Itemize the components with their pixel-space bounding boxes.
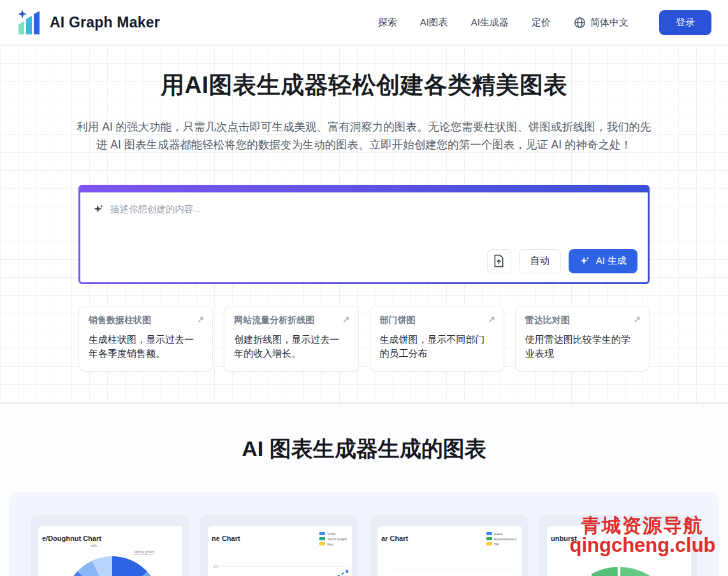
charts-shell: e/Doughnut Chart daily lighting growth n… — [9, 492, 719, 576]
suggestion-card-line[interactable]: 网站流量分析折线图 ↗ 创建折线图，显示过去一年的收入增长。 — [224, 306, 358, 371]
external-arrow-icon: ↗ — [488, 314, 495, 324]
bar-chart-plot — [391, 564, 518, 576]
nav-item-ai-charts[interactable]: AI图表 — [420, 17, 448, 29]
login-button[interactable]: 登录 — [659, 10, 711, 35]
bar-group — [457, 564, 484, 576]
suggestion-card-radar[interactable]: 雷达比对图 ↗ 使用雷达图比较学生的学业表现 — [515, 306, 650, 371]
doughnut-chart-panel: e/Doughnut Chart daily lighting growth n… — [38, 526, 182, 576]
bar-group — [488, 564, 515, 576]
page-title: 用AI图表生成器轻松创建各类精美图表 — [0, 69, 728, 101]
suggestion-desc: 创建折线图，显示过去一年的收入增长。 — [234, 333, 348, 361]
language-label: 简体中文 — [590, 17, 629, 29]
file-upload-icon — [493, 254, 504, 268]
legend-swatch — [319, 542, 325, 545]
bar-chart-panel: ar Chart Sales Advertisement HR 02040608… — [377, 526, 521, 576]
bar-chart-legend: Sales Advertisement HR — [486, 532, 516, 546]
hero-subtitle: 利用 AI 的强大功能，只需几次点击即可生成美观、富有洞察力的图表。无论您需要柱… — [75, 118, 653, 154]
charts-grid: e/Doughnut Chart daily lighting growth n… — [31, 515, 697, 576]
bar-group — [394, 564, 421, 576]
doughnut-label: lighting growth — [134, 550, 154, 555]
auto-mode-button[interactable]: 自动 — [519, 249, 561, 273]
ai-generate-button[interactable]: AI 生成 — [569, 249, 637, 273]
legend-swatch — [486, 537, 492, 540]
chart-card-bar[interactable]: ar Chart Sales Advertisement HR 02040608… — [370, 515, 528, 576]
hero-section: 用AI图表生成器轻松创建各类精美图表 利用 AI 的强大功能，只需几次点击即可生… — [0, 45, 728, 404]
legend-label: Sales — [494, 532, 503, 536]
nav-item-ai-generator[interactable]: AI生成器 — [471, 17, 509, 29]
external-arrow-icon: ↗ — [197, 314, 205, 324]
line-chart-svg: 4003002001000 — [212, 546, 352, 576]
sunburst-chart-panel: unburst — [547, 526, 691, 576]
chart-card-sunburst[interactable]: unburst — [539, 515, 697, 576]
logo-bars-icon — [17, 8, 43, 37]
composer-actions: 自动 AI 生成 — [487, 249, 637, 273]
ai-generate-label: AI 生成 — [596, 255, 627, 267]
suggestion-desc: 生成柱状图，显示过去一年各季度销售额。 — [89, 333, 203, 361]
chart-title: e/Doughnut Chart — [42, 535, 182, 542]
suggestion-desc: 使用雷达图比较学生的学业表现 — [525, 333, 639, 361]
bar-chart-wrap: 020406080 — [391, 564, 518, 576]
globe-icon — [574, 17, 586, 29]
bar-group — [425, 564, 452, 576]
svg-text:400: 400 — [214, 565, 219, 569]
nav-item-pricing[interactable]: 定价 — [532, 17, 551, 29]
suggestion-title: 雷达比对图 — [525, 315, 639, 326]
legend-label: Key — [327, 542, 333, 546]
doughnut-ring — [64, 556, 160, 576]
line-chart-panel: ne Chart Visits Stock Graph Key 40030020… — [208, 526, 352, 576]
legend-swatch — [486, 542, 492, 545]
sunburst-chart-svg — [555, 549, 687, 576]
suggestion-title: 部门饼图 — [380, 315, 494, 326]
top-navigation-bar: AI Graph Maker 探索 AI图表 AI生成器 定价 简体中文 登录 — [0, 0, 728, 45]
chart-card-line[interactable]: ne Chart Visits Stock Graph Key 40030020… — [200, 515, 358, 576]
external-arrow-icon: ↗ — [342, 314, 350, 324]
legend-swatch — [486, 532, 492, 535]
prompt-placeholder-row: 描述你想创建的内容... — [93, 203, 635, 215]
legend-swatch — [319, 532, 325, 535]
showcase-title: AI 图表生成器生成的图表 — [0, 435, 728, 464]
legend-swatch — [319, 537, 325, 540]
brand-logo[interactable]: AI Graph Maker — [17, 8, 160, 37]
legend-label: Visits — [327, 532, 335, 536]
external-arrow-icon: ↗ — [633, 314, 641, 324]
nav-item-explore[interactable]: 探索 — [378, 17, 397, 29]
prompt-composer: 描述你想创建的内容... 自动 AI 生成 — [78, 185, 650, 284]
legend-label: Stock Graph — [327, 537, 347, 541]
prompt-placeholder: 描述你想创建的内容... — [110, 203, 201, 215]
brand-title: AI Graph Maker — [50, 14, 160, 31]
chart-card-doughnut[interactable]: e/Doughnut Chart daily lighting growth n… — [31, 515, 189, 576]
suggestion-cards: 销售数据柱状图 ↗ 生成柱状图，显示过去一年各季度销售额。 网站流量分析折线图 … — [78, 306, 650, 371]
sparkle-icon — [93, 203, 105, 215]
suggestion-desc: 生成饼图，显示不同部门的员工分布 — [380, 333, 494, 361]
prompt-input[interactable]: 描述你想创建的内容... 自动 AI 生成 — [80, 192, 648, 282]
doughnut-label: daily — [91, 544, 97, 547]
line-chart-legend: Visits Stock Graph Key — [319, 532, 347, 546]
upload-file-button[interactable] — [487, 249, 511, 273]
suggestion-title: 销售数据柱状图 — [89, 315, 203, 326]
suggestion-card-pie[interactable]: 部门饼图 ↗ 生成饼图，显示不同部门的员工分布 — [370, 306, 504, 371]
suggestion-title: 网站流量分析折线图 — [234, 315, 348, 326]
sparkles-icon — [579, 256, 590, 266]
language-selector[interactable]: 简体中文 — [574, 17, 629, 29]
chart-title: unburst — [551, 535, 691, 542]
showcase-section: AI 图表生成器生成的图表 e/Doughnut Chart daily lig… — [0, 404, 728, 576]
suggestion-card-bar[interactable]: 销售数据柱状图 ↗ 生成柱状图，显示过去一年各季度销售额。 — [78, 306, 213, 371]
main-nav: 探索 AI图表 AI生成器 定价 简体中文 登录 — [378, 10, 711, 35]
legend-label: Advertisement — [494, 537, 516, 541]
legend-label: HR — [494, 542, 499, 546]
